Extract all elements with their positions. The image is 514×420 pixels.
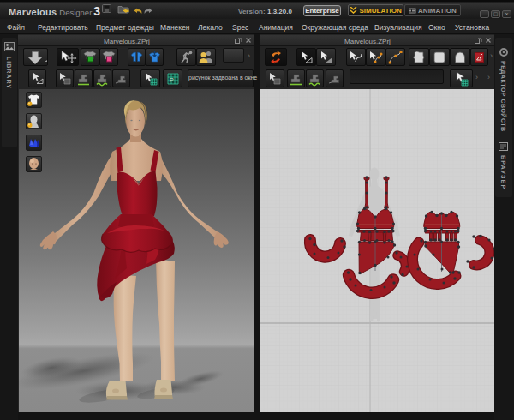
svg-text:P: P xyxy=(170,76,174,84)
